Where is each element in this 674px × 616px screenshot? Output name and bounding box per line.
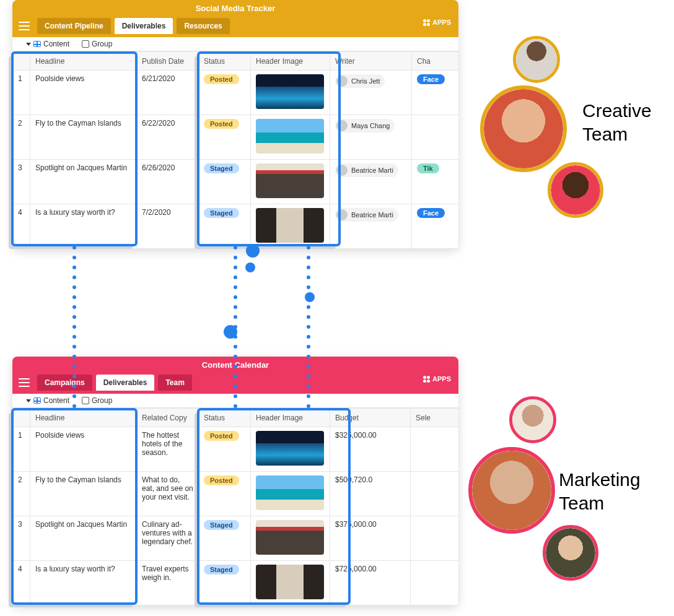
cell-budget[interactable]: $325,000.00 — [330, 427, 411, 472]
menu-icon[interactable] — [19, 22, 30, 30]
tab-campaigns[interactable]: Campaigns — [37, 375, 92, 391]
col-related-copy[interactable]: Related Copy — [137, 409, 199, 427]
col-writer[interactable]: Writer — [330, 52, 412, 71]
view-content[interactable]: Content — [26, 40, 69, 48]
cell-related-copy[interactable]: Culinary ad-ventures with a legendary ch… — [137, 516, 199, 561]
col-header-image[interactable]: Header Image — [251, 409, 330, 427]
col-num[interactable] — [13, 52, 30, 71]
team-label-creative: Creative Team — [582, 99, 674, 145]
col-headline[interactable]: Headline — [30, 409, 137, 427]
cell-header-image[interactable] — [251, 204, 330, 249]
cell-headline[interactable]: Poolside views — [30, 71, 137, 115]
cell-related-copy[interactable]: Travel experts weigh in. — [137, 561, 199, 605]
cell-writer[interactable]: Beatrice Marti — [330, 160, 412, 204]
apps-button[interactable]: APPS — [423, 19, 451, 26]
cell-channel[interactable]: Tik — [412, 160, 459, 204]
cell-related-copy[interactable]: What to do, eat, and see on your next vi… — [137, 472, 199, 516]
table-row[interactable]: 3Spotlight on Jacques Martin6/26/2020Sta… — [13, 160, 459, 204]
cell-header-image[interactable] — [251, 160, 330, 204]
cell-header-image[interactable] — [251, 561, 330, 605]
col-budget[interactable]: Budget — [330, 409, 411, 427]
cell-headline[interactable]: Is a luxury stay worth it? — [30, 561, 137, 605]
menu-icon[interactable] — [19, 378, 30, 387]
cell-headline[interactable]: Poolside views — [30, 427, 137, 472]
cell-writer[interactable]: Maya Chang — [330, 115, 412, 160]
avatar — [548, 162, 603, 218]
channel-badge: Face — [417, 208, 445, 218]
cell-writer[interactable]: Beatrice Marti — [330, 204, 412, 249]
cell-header-image[interactable] — [251, 115, 330, 160]
cell-status[interactable]: Posted — [199, 472, 251, 516]
view-group[interactable]: Group — [82, 40, 112, 48]
cell-writer[interactable]: Chris Jett — [330, 71, 412, 115]
cell-header-image[interactable] — [251, 427, 330, 472]
table-row[interactable]: 1Poolside views6/21/2020PostedChris Jett… — [13, 71, 459, 115]
tab-team[interactable]: Team — [158, 375, 191, 391]
col-status[interactable]: Status — [199, 52, 251, 71]
cell-status[interactable]: Posted — [199, 115, 251, 160]
table-row[interactable]: 2Fly to the Cayman Islands6/22/2020Poste… — [13, 115, 459, 160]
col-channel[interactable]: Cha — [412, 52, 459, 71]
writer-name: Maya Chang — [351, 122, 390, 129]
cell-status[interactable]: Staged — [199, 204, 251, 249]
col-header-image[interactable]: Header Image — [251, 52, 330, 71]
table-row[interactable]: 3Spotlight on Jacques MartinCulinary ad-… — [13, 516, 459, 561]
view-group[interactable]: Group — [82, 396, 112, 405]
cell-headline[interactable]: Spotlight on Jacques Martin — [30, 516, 137, 561]
cell-header-image[interactable] — [251, 516, 330, 561]
tab-deliverables[interactable]: Deliverables — [115, 18, 173, 34]
cell-select[interactable] — [411, 516, 459, 561]
cell-budget[interactable]: $375,000.00 — [330, 516, 411, 561]
cell-channel[interactable]: Face — [412, 71, 459, 115]
col-headline[interactable]: Headline — [30, 52, 137, 71]
cell-publish-date[interactable]: 6/21/2020 — [137, 71, 199, 115]
col-publish-date[interactable]: Publish Date — [137, 52, 199, 71]
table-row[interactable]: 2Fly to the Cayman IslandsWhat to do, ea… — [13, 472, 459, 516]
cell-headline[interactable]: Spotlight on Jacques Martin — [30, 160, 137, 204]
cell-publish-date[interactable]: 7/2/2020 — [137, 204, 199, 249]
writer-chip[interactable]: Beatrice Marti — [335, 208, 398, 222]
cell-select[interactable] — [411, 427, 459, 472]
col-num[interactable] — [13, 409, 30, 427]
tab-deliverables[interactable]: Deliverables — [96, 375, 155, 391]
cell-headline[interactable]: Fly to the Cayman Islands — [30, 115, 137, 160]
cell-publish-date[interactable]: 6/26/2020 — [137, 160, 199, 204]
cell-status[interactable]: Staged — [199, 160, 251, 204]
board-title: Social Media Tracker — [12, 0, 458, 15]
grid-icon — [33, 397, 41, 404]
writer-chip[interactable]: Maya Chang — [335, 119, 395, 132]
tab-content-pipeline[interactable]: Content Pipeline — [37, 18, 111, 34]
cell-status[interactable]: Posted — [199, 71, 251, 115]
cell-related-copy[interactable]: The hottest hotels of the season. — [137, 427, 199, 472]
table-row[interactable]: 1Poolside viewsThe hottest hotels of the… — [13, 427, 459, 472]
cell-publish-date[interactable]: 6/22/2020 — [137, 115, 199, 160]
writer-name: Chris Jett — [351, 77, 380, 85]
cell-select[interactable] — [411, 561, 459, 605]
tab-resources[interactable]: Resources — [177, 18, 229, 34]
table-row[interactable]: 4Is a luxury stay worth it?7/2/2020Stage… — [13, 204, 459, 249]
cell-headline[interactable]: Is a luxury stay worth it? — [30, 204, 137, 249]
col-status[interactable]: Status — [199, 409, 251, 427]
cell-header-image[interactable] — [251, 472, 330, 516]
board-header: Content Calendar Campaigns Deliverables … — [12, 357, 458, 394]
cell-channel[interactable]: Face — [412, 204, 459, 249]
cell-budget[interactable]: $500,720.0 — [330, 472, 411, 516]
cell-status[interactable]: Staged — [199, 516, 251, 561]
cell-headline[interactable]: Fly to the Cayman Islands — [30, 472, 137, 516]
writer-chip[interactable]: Beatrice Marti — [335, 163, 398, 177]
status-badge: Staged — [204, 163, 239, 173]
cell-status[interactable]: Staged — [199, 561, 251, 605]
cell-rownum: 3 — [13, 160, 30, 204]
cell-channel[interactable] — [412, 115, 459, 160]
image-thumbnail — [256, 520, 324, 555]
table-row[interactable]: 4Is a luxury stay worth it?Travel expert… — [13, 561, 459, 605]
writer-chip[interactable]: Chris Jett — [335, 74, 385, 88]
view-content[interactable]: Content — [26, 396, 69, 405]
cell-header-image[interactable] — [251, 71, 330, 115]
cell-select[interactable] — [411, 472, 459, 516]
cell-budget[interactable]: $725,000.00 — [330, 561, 411, 605]
cell-status[interactable]: Posted — [199, 427, 251, 472]
apps-button[interactable]: APPS — [423, 375, 451, 383]
col-select[interactable]: Sele — [411, 409, 459, 427]
cell-rownum: 3 — [13, 516, 30, 561]
